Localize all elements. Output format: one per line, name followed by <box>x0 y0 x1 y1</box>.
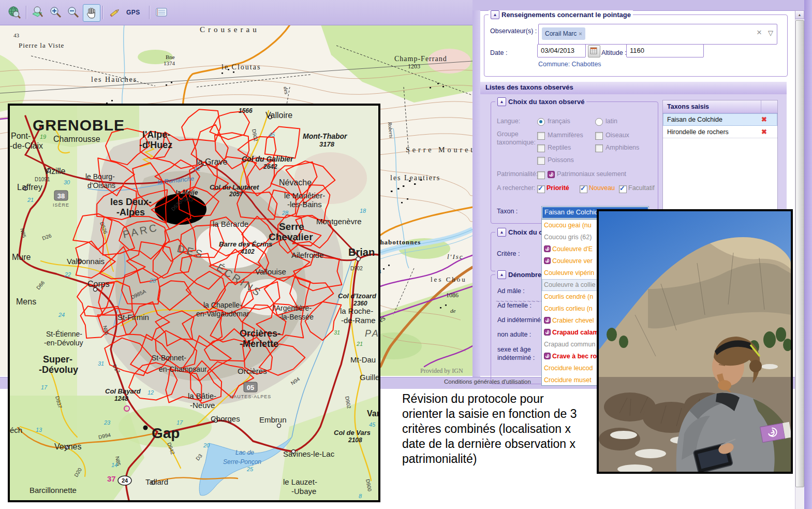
zoom-out-icon <box>67 6 80 19</box>
svg-text:Veynes: Veynes <box>54 442 81 451</box>
observer-chip[interactable]: Corail Marc× <box>542 27 585 40</box>
scrollbar-thumb[interactable] <box>795 20 804 487</box>
grid-header-actions-col <box>761 100 777 113</box>
map-toolbar: GPS <box>0 0 473 25</box>
svg-text:21: 21 <box>27 197 34 203</box>
delete-taxon-icon[interactable]: ✖ <box>761 128 767 136</box>
svg-text:Guille: Guille <box>360 373 378 382</box>
svg-text:Vizille: Vizille <box>44 167 66 176</box>
checkbox-reptiles[interactable] <box>537 144 545 152</box>
svg-text:l'Isc: l'Isc <box>447 253 464 260</box>
caption-text: Révision du protocole pourorienter la sa… <box>402 391 609 467</box>
svg-text:Col Bayard: Col Bayard <box>105 387 141 395</box>
svg-text:l'Argentière-: l'Argentière- <box>273 304 312 312</box>
checkbox-mammiferes-label: Mammifères <box>548 132 583 139</box>
altitude-label: Altitude : <box>601 49 627 56</box>
chip-remove-icon[interactable]: × <box>579 31 582 37</box>
svg-text:Champ-Ferrand: Champ-Ferrand <box>394 55 447 63</box>
calendar-icon <box>588 46 599 56</box>
svg-text:18: 18 <box>360 208 366 214</box>
taxon-row[interactable]: Hirondelle de rochers✖ <box>663 126 777 138</box>
svg-text:la Grave: la Grave <box>196 157 228 166</box>
svg-text:30: 30 <box>64 179 70 185</box>
svg-text:Serre Mouret: Serre Mouret <box>406 146 473 154</box>
svg-text:Mont-Thabor: Mont-Thabor <box>303 132 348 140</box>
checkbox-mammiferes[interactable] <box>537 132 545 140</box>
collapse-button[interactable]: ▲ <box>497 228 506 237</box>
svg-text:les Chou: les Chou <box>431 275 467 283</box>
svg-text:37: 37 <box>107 474 116 483</box>
zoom-full-extent-button[interactable] <box>6 4 23 21</box>
pane-divider <box>473 10 480 377</box>
svg-text:Col du Lautaret: Col du Lautaret <box>210 183 259 191</box>
checkbox-facultatif[interactable] <box>619 185 627 193</box>
zoom-region-button[interactable] <box>30 4 47 21</box>
radio-francais[interactable] <box>537 118 545 126</box>
zoom-region-icon <box>32 6 45 19</box>
svg-text:Pont-: Pont- <box>11 132 31 140</box>
svg-text:en-Valgaudémar: en-Valgaudémar <box>196 310 249 318</box>
checkbox-nouveau[interactable] <box>580 185 587 193</box>
svg-text:St-Étienne-: St-Étienne- <box>46 330 82 338</box>
svg-text:D902: D902 <box>350 266 363 271</box>
draw-point-button[interactable] <box>107 4 123 21</box>
svg-text:-en-Dévoluy: -en-Dévoluy <box>44 339 83 347</box>
collapse-button[interactable]: ▲ <box>497 270 506 279</box>
checkbox-poissons[interactable] <box>537 157 545 165</box>
svg-text:12: 12 <box>147 389 154 396</box>
taxon-row[interactable]: Faisan de Colchide✖ <box>663 113 777 126</box>
svg-text:20: 20 <box>203 442 210 448</box>
svg-text:17: 17 <box>176 419 183 426</box>
svg-text:Chorges: Chorges <box>211 414 240 423</box>
altitude-input[interactable]: 1160 <box>626 44 704 57</box>
combo-dropdown-icon[interactable]: ▽ <box>768 29 773 37</box>
inset-survey-map: GRENOBLEChamroussePont--de-Claix19Vizill… <box>8 104 380 502</box>
svg-text:Chabottonnes: Chabottonnes <box>375 238 421 246</box>
combo-clear-icon[interactable]: × <box>757 27 762 38</box>
choix-taxon-title: Choix du taxon observé <box>508 98 584 106</box>
list-panel-button[interactable] <box>153 4 170 21</box>
svg-text:Super-: Super- <box>43 354 72 365</box>
checkbox-patrimoniaux[interactable] <box>537 171 545 179</box>
svg-text:8: 8 <box>359 493 362 499</box>
svg-text:-Alpes: -Alpes <box>116 207 145 217</box>
collapse-button[interactable]: ▲ <box>497 97 506 106</box>
svg-text:25: 25 <box>246 466 254 472</box>
svg-text:des: des <box>283 86 290 95</box>
calendar-button[interactable] <box>588 45 600 57</box>
zoom-in-button[interactable] <box>48 4 64 21</box>
svg-text:1248: 1248 <box>114 395 128 402</box>
svg-text:ISÈRE: ISÈRE <box>53 202 69 208</box>
svg-text:Ailefroide: Ailefroide <box>291 251 324 259</box>
grid-header[interactable]: Taxons saisis <box>663 100 777 113</box>
svg-text:Tallard: Tallard <box>145 477 168 486</box>
date-label: Date : <box>490 49 507 56</box>
svg-text:Brian: Brian <box>348 246 375 258</box>
toolbar-separator <box>26 6 26 19</box>
pan-tool-button[interactable] <box>83 4 100 22</box>
checkbox-oiseaux[interactable] <box>595 132 603 140</box>
svg-text:Barcillonnette: Barcillonnette <box>29 486 77 495</box>
svg-text:le Monêtier-: le Monêtier- <box>284 191 325 200</box>
svg-text:2360: 2360 <box>353 300 367 307</box>
scrollbar-up-icon[interactable]: ▲ <box>795 10 804 19</box>
delete-taxon-icon[interactable]: ✖ <box>761 115 767 123</box>
zoom-out-button[interactable] <box>65 4 82 21</box>
svg-text:-les-Bains: -les-Bains <box>287 200 322 209</box>
gps-button[interactable]: GPS <box>126 9 140 16</box>
svg-text:-Dévoluy: -Dévoluy <box>39 365 78 375</box>
svg-text:la Chapelle-: la Chapelle- <box>203 301 242 309</box>
svg-text:la Roche-: la Roche- <box>340 307 373 315</box>
svg-text:4102: 4102 <box>240 248 255 255</box>
date-input[interactable]: 03/04/2013 <box>537 44 586 57</box>
svg-text:19: 19 <box>40 134 46 140</box>
checkbox-amphibiens[interactable] <box>595 144 603 152</box>
taxon-label: Taxon : <box>497 208 518 215</box>
svg-text:31: 31 <box>334 329 340 336</box>
svg-text:-la-Bessée: -la-Bessée <box>279 313 314 321</box>
collapse-button[interactable]: ▲ <box>491 10 499 19</box>
svg-text:Pierre la Viste: Pierre la Viste <box>19 41 64 49</box>
checkbox-priorite[interactable] <box>537 185 545 193</box>
radio-latin[interactable] <box>595 118 603 126</box>
svg-text:Chamrousse: Chamrousse <box>53 135 100 143</box>
